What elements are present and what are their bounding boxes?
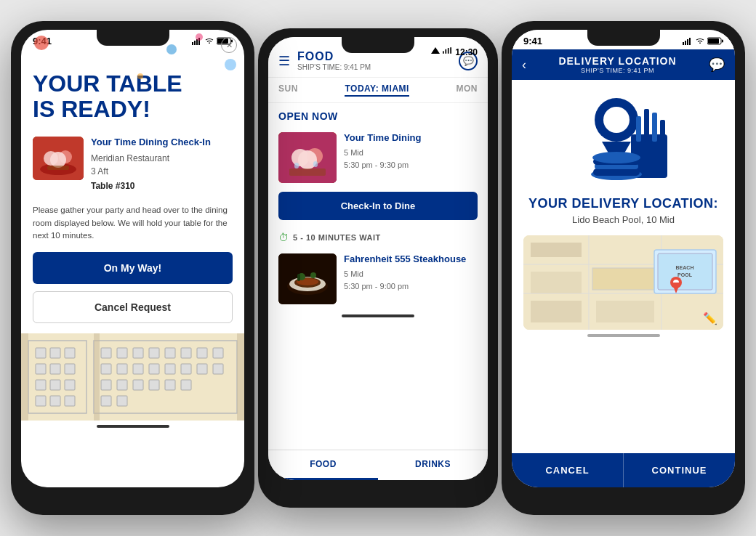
svg-point-73: [310, 272, 316, 278]
food-title-group: FOOD SHIP'S TIME: 9:41 PM: [297, 50, 371, 71]
steak-scene: [278, 253, 337, 304]
svg-rect-66: [313, 161, 318, 167]
svg-rect-12: [47, 166, 69, 170]
svg-text:BEACH: BEACH: [676, 265, 694, 270]
svg-rect-13: [21, 333, 244, 421]
delivery-location-text: Lido Beach Pool, 10 Mid: [512, 214, 735, 235]
delivery-title: YOUR DELIVERY LOCATION:: [512, 196, 735, 214]
svg-rect-36: [101, 364, 111, 374]
phone1-time: 9:41: [33, 36, 52, 46]
svg-rect-22: [36, 380, 46, 390]
svg-rect-87: [644, 109, 649, 142]
svg-rect-3: [198, 38, 200, 45]
steak-hours: 5:30 pm - 9:00 pm: [344, 280, 478, 293]
table-ready-title: YOUR TABLE IS READY!: [21, 49, 244, 129]
phone3-status-icons: [683, 37, 723, 45]
svg-rect-34: [197, 348, 207, 358]
header-title-group: DELIVERY LOCATION SHIP'S TIME: 9:41 PM: [526, 55, 709, 74]
nav-sun[interactable]: SUN: [278, 84, 298, 97]
menu-icon[interactable]: ☰: [278, 53, 290, 69]
svg-rect-57: [445, 49, 446, 54]
svg-rect-52: [94, 333, 100, 421]
reservation-info: Your Time Dining Check-In Meridian Resta…: [91, 137, 233, 191]
dining-info: Your Time Dining 5 Mid 5:30 pm - 9:30 pm: [344, 132, 478, 172]
svg-rect-89: [660, 120, 665, 142]
close-button[interactable]: ✕: [221, 37, 237, 53]
steak-image: [278, 253, 337, 304]
svg-rect-48: [165, 380, 175, 390]
phone2-time: 12:30: [455, 47, 478, 57]
svg-rect-26: [50, 396, 60, 406]
phone1-screen: 9:41: [21, 30, 244, 487]
checkin-button[interactable]: Check-In to Dine: [278, 192, 478, 220]
svg-rect-111: [596, 301, 654, 322]
title-line2: IS READY!: [33, 96, 150, 122]
svg-rect-28: [101, 348, 111, 358]
dining-scene: [33, 137, 84, 180]
svg-rect-75: [683, 42, 684, 45]
svg-point-83: [603, 107, 630, 133]
svg-rect-45: [117, 380, 127, 390]
svg-rect-1: [194, 41, 196, 45]
dining-svg: [33, 137, 84, 180]
svg-rect-80: [708, 38, 719, 44]
wait-icon: ⏱: [278, 232, 289, 243]
title-line1: YOUR TABLE: [33, 70, 182, 97]
steak-name: Fahrenheit 555 Steakhouse: [344, 253, 478, 266]
svg-text:POOL: POOL: [677, 272, 693, 277]
svg-marker-55: [431, 47, 440, 54]
svg-rect-49: [181, 380, 191, 390]
food-tab[interactable]: FOOD: [268, 450, 378, 480]
svg-rect-20: [50, 364, 60, 374]
p3-wifi-icon: [696, 38, 704, 45]
svg-rect-78: [689, 38, 691, 45]
wait-badge: ⏱ 5 - 10 MINUTES WAIT: [268, 227, 488, 248]
svg-rect-64: [289, 168, 326, 176]
dining-section: 5 Mid: [344, 147, 478, 160]
nav-mon[interactable]: MON: [456, 84, 478, 97]
svg-rect-50: [101, 396, 111, 406]
p2-signal-icon: [431, 47, 440, 54]
svg-rect-44: [101, 380, 111, 390]
p3-chat-button[interactable]: 💬: [709, 57, 725, 73]
dining-image-scene: [278, 132, 337, 183]
svg-rect-43: [213, 364, 223, 374]
cancel-request-button[interactable]: Cancel Request: [33, 291, 233, 323]
svg-rect-21: [65, 364, 75, 374]
cancel-button[interactable]: CANCEL: [512, 453, 624, 487]
day-navigation: SUN TODAY: MIAMI MON: [268, 78, 488, 103]
svg-rect-33: [181, 348, 191, 358]
edit-location-icon[interactable]: ✏️: [703, 312, 717, 325]
svg-rect-24: [65, 380, 75, 390]
continue-button[interactable]: CONTINUE: [624, 453, 735, 487]
svg-rect-102: [658, 253, 712, 290]
reservation-title: Your Time Dining Check-In: [91, 137, 233, 149]
svg-rect-19: [36, 364, 46, 374]
svg-rect-74: [297, 274, 300, 281]
svg-point-94: [592, 152, 640, 163]
map-svg: [21, 333, 244, 421]
phone-delivery: 9:41: [502, 21, 745, 515]
phones-container: 9:41: [0, 0, 756, 536]
svg-rect-76: [685, 41, 686, 45]
svg-rect-86: [636, 116, 641, 142]
dining-scene-svg: [278, 132, 337, 183]
svg-rect-110: [531, 301, 582, 322]
reservation-image: [33, 137, 84, 180]
bottom-actions: CANCEL CONTINUE: [512, 453, 735, 487]
drinks-tab[interactable]: DRINKS: [378, 450, 488, 480]
svg-rect-51: [117, 396, 127, 406]
nav-city: MIAMI: [382, 84, 409, 94]
nav-today[interactable]: TODAY: MIAMI: [345, 84, 409, 97]
svg-rect-59: [450, 47, 451, 54]
signal-icon: [192, 38, 202, 45]
svg-rect-91: [593, 168, 640, 176]
on-my-way-button[interactable]: On My Way!: [33, 252, 233, 284]
phone3-screen: 9:41: [512, 30, 735, 487]
svg-rect-88: [652, 113, 657, 142]
dining-name-text: Your Time Dining: [344, 132, 421, 143]
header-left: ☰ FOOD SHIP'S TIME: 9:41 PM: [278, 50, 371, 71]
fahrenheit-card: Fahrenheit 555 Steakhouse 5 Mid 5:30 pm …: [268, 248, 488, 310]
wifi-icon: [205, 38, 214, 45]
delivery-map: BEACH POOL ✏️: [523, 235, 723, 330]
